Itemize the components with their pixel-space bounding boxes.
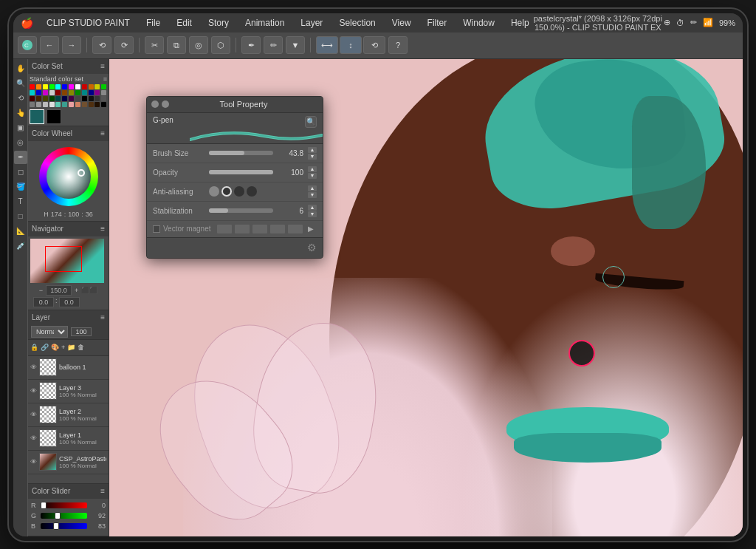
bg-color[interactable] (47, 109, 61, 124)
tp-vector-checkbox[interactable] (153, 225, 160, 233)
tp-aa-dot-weak[interactable] (221, 186, 232, 197)
toolbar-pen1[interactable]: ✒ (241, 36, 261, 54)
menu-edit[interactable]: Edit (173, 16, 195, 30)
color-wheel[interactable] (39, 147, 98, 206)
color-cell[interactable] (75, 96, 80, 101)
blend-mode-select[interactable]: Normal Multiply Screen (31, 326, 68, 338)
tp-vm-cell-1[interactable] (216, 224, 233, 234)
toolbar-view1[interactable]: ⟷ (316, 36, 338, 54)
color-cell[interactable] (30, 102, 35, 107)
canvas-area[interactable]: Tool Property G-pen 🔍 Brush Size (109, 59, 743, 536)
color-cell[interactable] (55, 84, 61, 89)
color-cell[interactable] (89, 84, 94, 89)
tp-stab-down[interactable]: ▼ (308, 211, 317, 217)
tp-stab-up[interactable]: ▲ (308, 205, 317, 211)
color-cell[interactable] (69, 84, 74, 89)
tool-eraser[interactable]: ◻ (14, 166, 27, 179)
tp-opacity-up[interactable]: ▲ (308, 166, 317, 172)
tool-picker[interactable]: 💉 (14, 239, 27, 253)
tool-zoom[interactable]: 🔍 (14, 77, 27, 90)
color-cell[interactable] (36, 90, 41, 95)
color-cell[interactable] (62, 102, 67, 107)
tp-titlebar[interactable]: Tool Property (147, 97, 323, 113)
toolbar-view2[interactable]: ↕ (340, 36, 362, 54)
color-wheel-menu-icon[interactable]: ≡ (100, 129, 105, 137)
tp-brush-size-down[interactable]: ▼ (308, 154, 317, 160)
r-slider-track[interactable] (41, 502, 87, 508)
tp-aa-up[interactable]: ▲ (308, 185, 317, 191)
color-cell[interactable] (36, 96, 41, 101)
tp-stabilization-slider[interactable] (209, 208, 273, 213)
layer-opacity-input[interactable] (71, 327, 92, 336)
color-cell[interactable] (49, 84, 55, 89)
zoom-in-icon[interactable]: + (75, 287, 78, 294)
toolbar-view3[interactable]: ⟲ (363, 36, 385, 54)
color-cell[interactable] (82, 96, 87, 101)
layer-eye-layer2[interactable]: 👁 (30, 411, 37, 418)
toolbar-back[interactable]: ← (40, 36, 59, 54)
toolbar-undo[interactable]: ⟲ (92, 36, 111, 54)
toolbar-dropdown[interactable]: ▼ (286, 36, 305, 54)
tool-ruler[interactable]: 📐 (14, 225, 27, 238)
layer-delete-icon[interactable]: 🗑 (78, 344, 84, 351)
toolbar-wand[interactable]: ⬡ (211, 36, 230, 54)
color-cell[interactable] (55, 90, 61, 95)
toolbar-csp-logo[interactable]: C (18, 36, 37, 54)
menu-window[interactable]: Window (460, 16, 498, 30)
tool-rotate[interactable]: ⟲ (14, 92, 27, 105)
menu-help[interactable]: Help (508, 16, 532, 30)
color-cell[interactable] (43, 96, 48, 101)
tp-minimize-button[interactable] (162, 100, 169, 108)
color-cell[interactable] (36, 102, 41, 107)
toolbar-redo[interactable]: ⟳ (114, 36, 134, 54)
color-cell[interactable] (49, 102, 55, 107)
color-cell[interactable] (94, 96, 100, 101)
layer-link-icon[interactable]: 🔗 (41, 344, 49, 351)
tool-grab[interactable]: 👆 (14, 106, 27, 120)
toolbar-forward[interactable]: → (62, 36, 81, 54)
tp-opacity-down[interactable]: ▼ (308, 173, 317, 179)
color-cell[interactable] (94, 102, 100, 107)
tool-hand[interactable]: ✋ (14, 62, 27, 75)
menu-layer[interactable]: Layer (298, 16, 326, 30)
color-cell[interactable] (89, 96, 94, 101)
color-cell[interactable] (101, 90, 106, 95)
color-cell[interactable] (49, 96, 55, 101)
apple-logo[interactable]: 🍎 (21, 17, 33, 29)
color-cell[interactable] (30, 90, 35, 95)
color-cell[interactable] (89, 102, 94, 107)
color-cell[interactable] (75, 84, 80, 89)
layer-row-layer1[interactable]: 👁 Layer 1 100 % Normal (28, 427, 109, 451)
color-cell[interactable] (94, 90, 100, 95)
tp-vm-cell-5[interactable] (287, 224, 303, 234)
tool-pen[interactable]: ✒ (14, 151, 27, 164)
toolbar-selection[interactable]: ⧉ (167, 36, 186, 54)
color-cell[interactable] (69, 90, 74, 95)
color-cell[interactable] (69, 102, 74, 107)
layer-row-layer3[interactable]: 👁 Layer 3 100 % Normal (28, 380, 109, 403)
color-cell[interactable] (94, 84, 100, 89)
tp-brush-size-up[interactable]: ▲ (308, 147, 317, 153)
layer-eye-balloon1[interactable]: 👁 (30, 364, 37, 371)
tp-vm-cell-3[interactable] (252, 224, 268, 234)
color-cell[interactable] (30, 96, 35, 101)
color-cell[interactable] (36, 84, 41, 89)
color-cell[interactable] (82, 84, 87, 89)
toolbar-transform[interactable]: ✂ (145, 36, 164, 54)
tp-aa-dot-medium[interactable] (234, 186, 244, 197)
fg-color[interactable] (30, 109, 44, 124)
layer-row-csp[interactable]: 👁 CSP_AstroPastel 100 % Normal (28, 451, 109, 474)
color-set-menu-icon[interactable]: ≡ (100, 62, 105, 70)
zoom-out-icon[interactable]: − (39, 287, 43, 294)
color-cell[interactable] (43, 102, 48, 107)
tp-close-button[interactable] (151, 100, 159, 108)
tool-fill[interactable]: 🪣 (14, 180, 27, 194)
color-cell[interactable] (30, 84, 35, 89)
layer-row-balloon1[interactable]: 👁 balloon 1 (28, 356, 109, 380)
color-cell[interactable] (89, 90, 94, 95)
color-cell[interactable] (75, 90, 80, 95)
g-slider-track[interactable] (41, 513, 87, 519)
layer-lock-icon[interactable]: 🔒 (30, 344, 38, 351)
color-cell[interactable] (82, 102, 87, 107)
tool-shape[interactable]: □ (14, 210, 27, 223)
